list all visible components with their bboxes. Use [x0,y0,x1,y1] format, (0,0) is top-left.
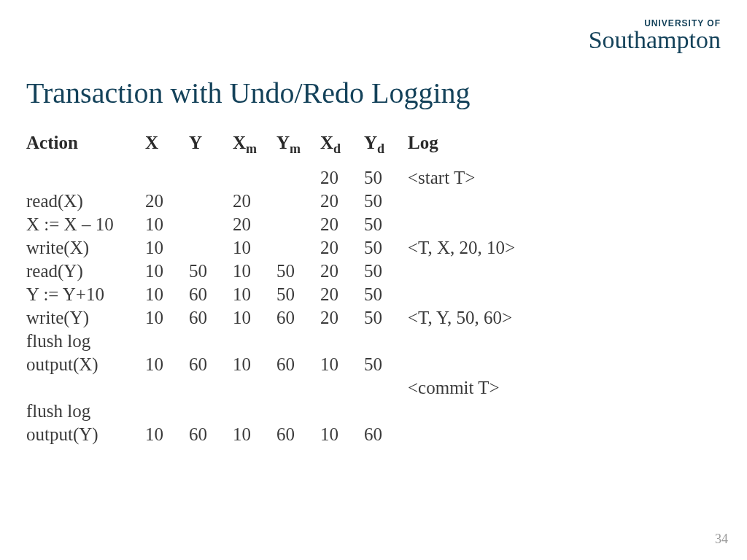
header-ym: Ym [271,133,314,166]
cell-ym [271,330,314,353]
cell-ym: 60 [271,423,314,446]
cell-log [402,353,562,376]
header-y: Y [183,133,227,166]
cell-xd [314,330,358,353]
cell-xm: 10 [227,353,271,376]
cell-log [402,423,562,446]
cell-x: 10 [139,283,183,306]
cell-x: 10 [139,306,183,330]
header-action: Action [26,133,139,166]
cell-yd: 50 [358,236,402,260]
cell-action: X := X – 10 [26,213,139,236]
cell-yd: 50 [358,213,402,236]
table-row: X := X – 1010202050 [26,213,562,236]
cell-yd: 50 [358,283,402,306]
table-row: <commit T> [26,376,562,400]
cell-yd: 50 [358,166,402,190]
cell-ym [271,400,314,423]
cell-x: 20 [139,190,183,213]
cell-ym: 50 [271,260,314,283]
cell-x [139,330,183,353]
cell-log [402,400,562,423]
cell-xd [314,376,358,400]
cell-xm: 10 [227,423,271,446]
cell-log: <start T> [402,166,562,190]
table-row: write(X)10102050<T, X, 20, 10> [26,236,562,260]
cell-xd: 20 [314,190,358,213]
cell-yd [358,376,402,400]
cell-xm: 10 [227,260,271,283]
cell-y: 60 [183,283,227,306]
cell-ym: 60 [271,306,314,330]
cell-y [183,213,227,236]
cell-xd: 10 [314,353,358,376]
cell-yd [358,330,402,353]
table-row: 2050<start T> [26,166,562,190]
cell-xm: 20 [227,190,271,213]
header-log: Log [402,133,562,166]
page-number: 34 [715,532,728,547]
cell-xm [227,166,271,190]
header-yd: Yd [358,133,402,166]
transaction-table: Action X Y Xm Ym Xd Yd Log 2050<start T>… [26,133,562,446]
cell-xm: 10 [227,306,271,330]
cell-x [139,376,183,400]
header-xd: Xd [314,133,358,166]
cell-xm [227,330,271,353]
cell-xd: 20 [314,306,358,330]
cell-xm: 10 [227,283,271,306]
cell-action [26,376,139,400]
cell-ym [271,166,314,190]
cell-ym: 50 [271,283,314,306]
cell-action [26,166,139,190]
table-body: 2050<start T>read(X)20202050X := X – 101… [26,166,562,446]
cell-xm: 10 [227,236,271,260]
cell-y [183,400,227,423]
table-row: Y := Y+10106010502050 [26,283,562,306]
table-header-row: Action X Y Xm Ym Xd Yd Log [26,133,562,166]
cell-x [139,400,183,423]
table-row: flush log [26,400,562,423]
slide: UNIVERSITY OF Southampton Transaction wi… [0,0,747,560]
cell-x: 10 [139,213,183,236]
cell-action: flush log [26,330,139,353]
cell-log [402,260,562,283]
cell-xd: 10 [314,423,358,446]
cell-y: 50 [183,260,227,283]
cell-xd: 20 [314,236,358,260]
cell-y: 60 [183,423,227,446]
cell-action: read(X) [26,190,139,213]
cell-y: 60 [183,353,227,376]
cell-y [183,166,227,190]
cell-yd: 50 [358,353,402,376]
cell-xm [227,400,271,423]
cell-log [402,283,562,306]
header-xm: Xm [227,133,271,166]
slide-title: Transaction with Undo/Redo Logging [26,76,471,110]
cell-y [183,190,227,213]
cell-action: output(X) [26,353,139,376]
cell-action: flush log [26,400,139,423]
cell-xd: 20 [314,260,358,283]
cell-y [183,376,227,400]
cell-yd: 50 [358,306,402,330]
cell-ym: 60 [271,353,314,376]
university-logo: UNIVERSITY OF Southampton [589,19,721,52]
cell-x: 10 [139,353,183,376]
cell-xd: 20 [314,283,358,306]
table-row: read(X)20202050 [26,190,562,213]
cell-y: 60 [183,306,227,330]
header-x: X [139,133,183,166]
table-row: output(Y)106010601060 [26,423,562,446]
cell-xm: 20 [227,213,271,236]
cell-yd: 60 [358,423,402,446]
logo-big-text: Southampton [589,29,721,52]
cell-xd: 20 [314,213,358,236]
cell-ym [271,190,314,213]
cell-log [402,190,562,213]
cell-ym [271,213,314,236]
table-row: read(Y)105010502050 [26,260,562,283]
cell-yd: 50 [358,190,402,213]
cell-action: output(Y) [26,423,139,446]
cell-action: read(Y) [26,260,139,283]
